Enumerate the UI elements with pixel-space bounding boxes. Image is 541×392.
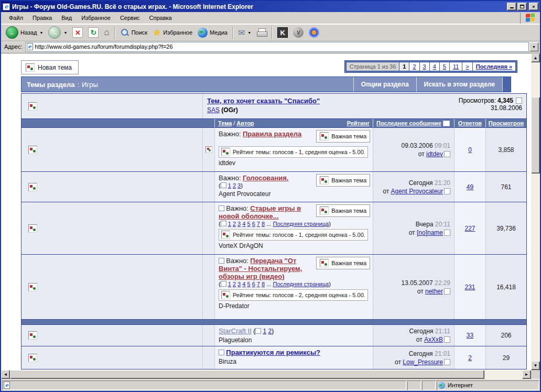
address-dropdown-button[interactable]: ▼ — [529, 42, 538, 51]
pagination-page-link[interactable]: 2 — [409, 62, 419, 71]
topic-title-link[interactable]: StarCraft II — [219, 327, 252, 335]
restore-button[interactable] — [517, 3, 527, 10]
menu-tools[interactable]: Сервис — [115, 14, 145, 22]
forum-options-button[interactable]: Опции раздела — [353, 77, 416, 92]
new-topic-button[interactable]: Новая тема — [21, 60, 79, 74]
pagination-page-link[interactable]: 4 — [429, 62, 440, 71]
addon-gear-button[interactable] — [306, 26, 322, 39]
menu-file[interactable]: Файл — [4, 14, 28, 22]
page-link[interactable]: 4 — [242, 281, 245, 287]
vertical-scroll-track[interactable] — [531, 62, 540, 361]
goto-last-post-icon[interactable] — [444, 359, 450, 365]
page-link[interactable]: 4 — [242, 221, 245, 227]
menu-help[interactable]: Справка — [145, 14, 177, 22]
sort-by-views-link[interactable]: Просмотров — [489, 120, 524, 126]
sort-by-replies-link[interactable]: Ответов — [458, 120, 482, 126]
scroll-up-button[interactable]: ▲ — [531, 53, 540, 62]
page-link[interactable]: 1 — [263, 328, 267, 335]
lastpost-user-link[interactable]: Low_Pressure — [403, 358, 443, 366]
topic-title-link[interactable]: Голосования. — [243, 174, 288, 182]
stop-button[interactable]: ✕ — [70, 26, 85, 39]
back-button[interactable]: ← Назад ▼ — [3, 25, 46, 40]
page-link[interactable]: 1 — [228, 281, 231, 287]
minimize-button[interactable] — [507, 3, 516, 10]
mail-button[interactable]: ✉ ▼ — [235, 27, 254, 39]
pagination-page-link[interactable]: 3 — [419, 62, 430, 71]
replies-count-link[interactable]: 0 — [468, 146, 472, 154]
scroll-down-button[interactable]: ▼ — [531, 361, 540, 370]
page-link[interactable]: 5 — [247, 281, 250, 287]
goto-last-post-icon[interactable] — [444, 336, 450, 343]
page-link[interactable]: 2 — [233, 281, 236, 287]
last-page-link[interactable]: Последняя страница — [273, 221, 329, 227]
goto-last-post-icon[interactable] — [444, 151, 450, 157]
page-link[interactable]: 6 — [252, 281, 255, 287]
pagination-page-link[interactable]: 11 — [449, 62, 462, 71]
page-link[interactable]: 1 — [228, 221, 231, 227]
refresh-button[interactable]: ↻ — [85, 26, 101, 39]
replies-count-link[interactable]: 49 — [467, 183, 473, 191]
topic-title-link[interactable]: Правила раздела — [243, 130, 301, 138]
forward-button[interactable]: → ▼ — [46, 25, 70, 40]
addon-k-button[interactable]: K — [275, 26, 290, 39]
home-button[interactable]: ⌂ — [101, 26, 112, 39]
horizontal-scrollbar[interactable]: ◄ ► — [1, 370, 531, 379]
sort-by-lastpost-link[interactable]: Последнее сообщение — [376, 120, 441, 126]
page-link[interactable]: 2 — [268, 328, 272, 335]
addon-sphere-button[interactable]: V — [290, 26, 306, 39]
pagination-last-button[interactable]: Последняя » — [472, 62, 516, 71]
announcement-author-link[interactable]: SAS — [207, 106, 220, 114]
menu-view[interactable]: Вид — [57, 14, 77, 22]
media-button[interactable]: Медиа — [195, 27, 230, 39]
page-link[interactable]: 6 — [252, 221, 255, 227]
lastpost-user-link[interactable]: Agent Provocateur — [391, 188, 443, 195]
replies-count-link[interactable]: 2 — [468, 354, 472, 362]
replies-count-link[interactable]: 231 — [464, 284, 475, 291]
goto-last-post-icon[interactable] — [444, 230, 450, 236]
pagination-next-button[interactable]: > — [462, 62, 472, 71]
goto-last-post-icon[interactable] — [444, 288, 450, 295]
search-button[interactable]: Поиск — [117, 27, 150, 38]
lastpost-user-link[interactable]: AxXxB — [424, 336, 443, 343]
sort-by-topic-link[interactable]: Тема — [218, 120, 232, 126]
scroll-left-button[interactable]: ◄ — [1, 370, 10, 379]
lastpost-user-link[interactable]: idtdev — [426, 150, 443, 158]
page-link[interactable]: 2 — [233, 221, 236, 227]
page-link[interactable]: 1 — [228, 182, 231, 189]
goto-last-post-icon[interactable] — [444, 188, 450, 194]
replies-count-link[interactable]: 227 — [464, 225, 475, 232]
sort-by-rating-link[interactable]: Рейтинг — [347, 120, 370, 126]
page-link[interactable]: 3 — [237, 221, 241, 227]
horizontal-scroll-thumb[interactable] — [10, 370, 484, 379]
last-page-link[interactable]: Последняя страница — [273, 281, 329, 287]
replies-count-link[interactable]: 33 — [467, 332, 473, 339]
thread-checkbox[interactable] — [219, 258, 224, 264]
thread-checkbox[interactable] — [219, 350, 224, 355]
page-link[interactable]: 5 — [247, 221, 250, 227]
forward-dropdown-icon[interactable]: ▼ — [63, 31, 67, 35]
back-dropdown-icon[interactable]: ▼ — [40, 31, 44, 35]
mail-dropdown-icon[interactable]: ▼ — [247, 31, 251, 35]
pagination-page-link[interactable]: 5 — [439, 62, 450, 71]
menu-favorites[interactable]: Избранное — [77, 14, 115, 22]
close-button[interactable]: × — [529, 3, 538, 10]
vertical-scrollbar[interactable]: ▲ ▼ — [531, 53, 540, 370]
scroll-right-button[interactable]: ► — [522, 370, 531, 379]
thread-checkbox[interactable] — [219, 205, 224, 211]
lastpost-user-link[interactable]: nether — [425, 288, 443, 295]
vertical-scroll-thumb[interactable] — [531, 97, 540, 173]
page-link[interactable]: 8 — [262, 281, 265, 287]
lastpost-user-link[interactable]: [no]name — [417, 229, 443, 236]
address-input[interactable]: e http://www.old-games.ru/forum/forumdis… — [25, 42, 529, 52]
announcement-title-link[interactable]: Тем, кто хочет сказать "Спасибо" — [207, 97, 320, 105]
page-link[interactable]: 2 — [233, 182, 236, 189]
favorites-button[interactable]: ★ Избранное — [150, 27, 195, 38]
sort-by-author-link[interactable]: Автор — [236, 120, 254, 126]
page-link[interactable]: 7 — [257, 281, 260, 287]
page-link[interactable]: 8 — [262, 221, 265, 227]
menu-edit[interactable]: Правка — [28, 14, 57, 22]
print-button[interactable] — [254, 27, 269, 38]
page-link[interactable]: 7 — [257, 221, 260, 227]
page-link[interactable]: 3 — [237, 281, 241, 287]
topic-title-link[interactable]: Практикуются ли ремиксы? — [226, 349, 320, 356]
